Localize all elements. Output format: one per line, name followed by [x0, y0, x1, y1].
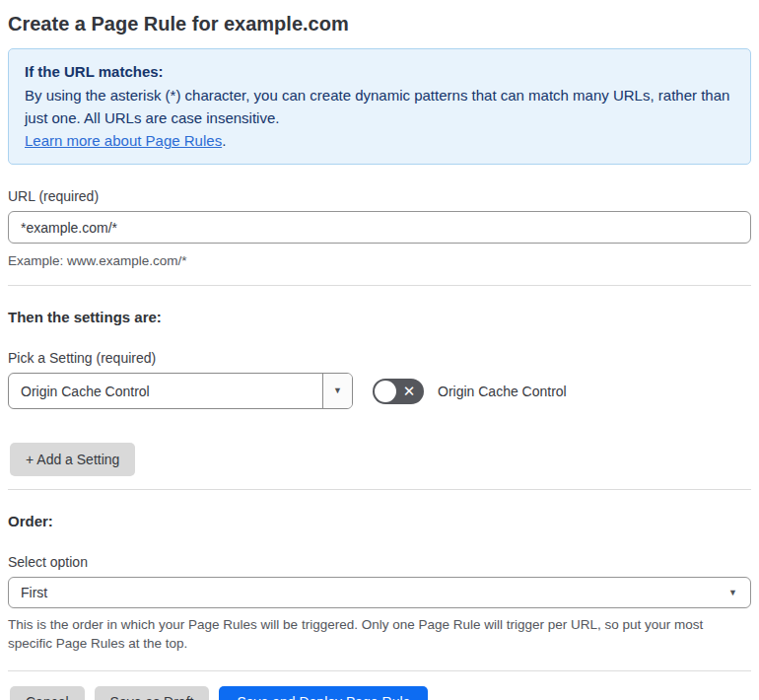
save-as-draft-button[interactable]: Save as Draft	[95, 686, 210, 700]
order-select-label: Select option	[8, 554, 751, 571]
toggle-off-x-icon: ✕	[396, 384, 424, 398]
footer-actions: Cancel Save as Draft Save and Deploy Pag…	[10, 686, 751, 700]
url-field-label: URL (required)	[8, 188, 751, 205]
add-setting-button[interactable]: + Add a Setting	[10, 443, 135, 476]
order-select-value: First	[21, 585, 47, 600]
info-box-heading: If the URL matches:	[25, 60, 734, 83]
info-box-link-line: Learn more about Page Rules.	[25, 129, 734, 152]
divider	[8, 670, 751, 671]
order-section-heading: Order:	[8, 513, 751, 530]
learn-more-link[interactable]: Learn more about Page Rules	[25, 132, 222, 149]
setting-select-arrow-box[interactable]: ▼	[322, 374, 352, 408]
setting-row: Origin Cache Control ▼ ✕ Origin Cache Co…	[8, 373, 751, 409]
url-match-info-box: If the URL matches: By using the asteris…	[8, 48, 751, 165]
cancel-button[interactable]: Cancel	[10, 686, 85, 700]
settings-section-heading: Then the settings are:	[8, 309, 751, 326]
setting-select-value: Origin Cache Control	[9, 384, 150, 399]
order-helper-text: This is the order in which your Page Rul…	[8, 615, 751, 653]
chevron-down-icon: ▼	[333, 386, 342, 395]
info-box-body: By using the asterisk (*) character, you…	[25, 84, 734, 129]
pick-setting-label: Pick a Setting (required)	[8, 350, 751, 367]
link-suffix: .	[222, 132, 226, 149]
setting-select-dropdown[interactable]: Origin Cache Control ▼	[8, 373, 353, 409]
divider	[8, 285, 751, 286]
chevron-down-icon: ▼	[728, 589, 737, 597]
order-select-dropdown[interactable]: First ▼	[8, 577, 751, 608]
url-input[interactable]	[8, 211, 751, 244]
save-and-deploy-button[interactable]: Save and Deploy Page Rule	[219, 686, 428, 700]
create-page-rule-form: Create a Page Rule for example.com If th…	[0, 0, 759, 700]
url-example-helper: Example: www.example.com/*	[8, 251, 751, 270]
toggle-label: Origin Cache Control	[438, 384, 567, 399]
divider	[8, 489, 751, 490]
page-title: Create a Page Rule for example.com	[8, 10, 751, 37]
toggle-knob	[375, 381, 396, 402]
origin-cache-control-toggle[interactable]: ✕	[373, 379, 424, 404]
